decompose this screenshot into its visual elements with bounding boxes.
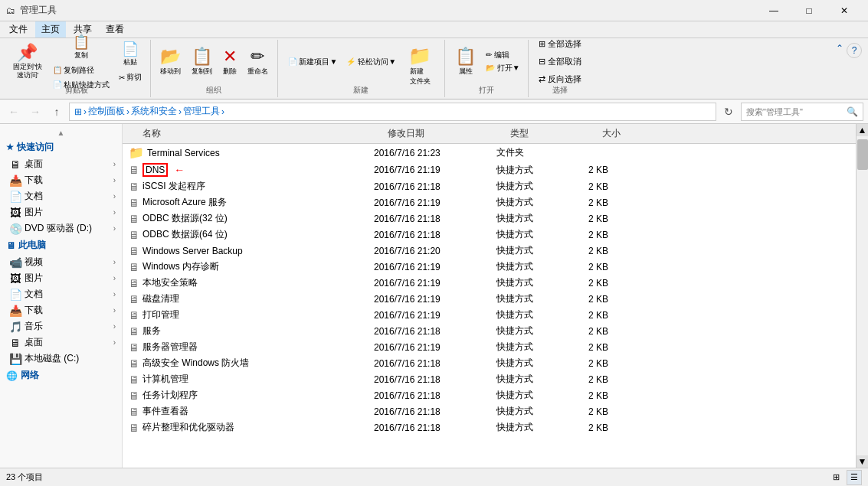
copy-button[interactable]: 📋 复制	[49, 31, 113, 63]
sidebar-item-pictures2[interactable]: 🖼 图片 ›	[0, 270, 122, 286]
cut-button[interactable]: ✂ 剪切	[115, 70, 146, 84]
back-button[interactable]: ←	[5, 103, 23, 121]
file-size: 2 KB	[582, 406, 644, 418]
file-date: 2016/7/16 21:19	[368, 309, 490, 321]
sidebar-item-pictures[interactable]: 🖼 图片 ›	[0, 204, 122, 220]
file-size: 2 KB	[582, 229, 644, 241]
sidebar-item-desktop[interactable]: 🖥 桌面 ›	[0, 156, 122, 172]
file-icon: 🖥	[129, 261, 139, 273]
sidebar-item-documents2[interactable]: 📄 文档 ›	[0, 286, 122, 302]
table-row[interactable]: 🖥 ODBC 数据源(64 位) 2016/7/16 21:18 快捷方式 2 …	[123, 227, 856, 243]
path-admin-tools[interactable]: 管理工具	[183, 105, 220, 118]
deselect-all-icon: ⊟	[539, 57, 545, 67]
documents-icon: 📄	[9, 191, 21, 203]
scroll-down-button[interactable]: ▼	[857, 455, 868, 468]
deselect-all-button[interactable]: ⊟ 全部取消	[533, 54, 587, 70]
paste-path-button[interactable]: 📋 复制路径	[49, 64, 113, 77]
col-header-name[interactable]: 名称	[136, 126, 382, 142]
invert-label: 反向选择	[548, 73, 581, 85]
file-size: 2 KB	[582, 341, 644, 354]
new-folder-button[interactable]: 📁 新建文件夹	[401, 44, 438, 87]
sidebar-network-header[interactable]: 🌐 网络	[0, 367, 122, 384]
sidebar-item-videos[interactable]: 📹 视频 ›	[0, 254, 122, 270]
table-row[interactable]: 🖥 事件查看器 2016/7/16 21:18 快捷方式 2 KB	[123, 403, 856, 419]
file-icon: 🖥	[129, 277, 139, 289]
table-row[interactable]: 🖥 Microsoft Azure 服务 2016/7/16 21:19 快捷方…	[123, 194, 856, 210]
open-label: 打开	[445, 85, 528, 96]
scrollbar[interactable]: ▲ ▼	[856, 124, 868, 468]
path-system-security[interactable]: 系统和安全	[131, 105, 177, 118]
file-date: 2016/7/16 21:20	[368, 245, 490, 257]
properties-button[interactable]: 📋 属性	[450, 41, 481, 83]
new-label: 新建	[278, 85, 444, 96]
path-home[interactable]: ⊞	[74, 106, 82, 117]
delete-button[interactable]: ✕ 删除	[218, 41, 241, 83]
menu-file[interactable]: 文件	[3, 21, 34, 38]
sidebar-item-downloads[interactable]: 📥 下载 ›	[0, 172, 122, 188]
app-icon: 🗂	[6, 5, 15, 16]
pin-to-quick-access-button[interactable]: 📌 固定到'快速访问'	[8, 40, 47, 83]
new-item-button[interactable]: 📄 新建项目▼	[284, 56, 342, 68]
paste-button[interactable]: 📄 粘贴	[115, 38, 146, 70]
refresh-button[interactable]: ↻	[719, 103, 738, 121]
sidebar-this-pc-header[interactable]: 🖥 此电脑	[0, 236, 122, 254]
table-row[interactable]: 🖥 Windows 内存诊断 2016/7/16 21:19 快捷方式 2 KB	[123, 259, 856, 275]
col-header-size[interactable]: 大小	[596, 126, 657, 142]
list-view-button[interactable]: ☰	[847, 470, 862, 485]
sidebar-item-desktop2[interactable]: 🖥 桌面 ›	[0, 334, 122, 351]
col-header-date[interactable]: 修改日期	[382, 126, 504, 142]
rename-label: 重命名	[247, 67, 268, 77]
sort-indicator[interactable]: ▲	[0, 127, 122, 139]
col-header-type[interactable]: 类型	[504, 126, 596, 142]
maximize-button[interactable]: □	[791, 0, 827, 21]
forward-button[interactable]: →	[26, 103, 44, 121]
file-size	[582, 152, 644, 154]
up-button[interactable]: ↑	[47, 103, 66, 121]
sidebar-item-music[interactable]: 🎵 音乐 ›	[0, 318, 122, 334]
address-bar: ← → ↑ ⊞ › 控制面板 › 系统和安全 › 管理工具 › ↻ 🔍	[0, 99, 868, 124]
file-type: 快捷方式	[490, 372, 582, 387]
sidebar-item-documents[interactable]: 📄 文档 ›	[0, 188, 122, 204]
scroll-track[interactable]	[857, 136, 868, 455]
table-row[interactable]: 🖥 iSCSI 发起程序 2016/7/16 21:18 快捷方式 2 KB	[123, 178, 856, 194]
scroll-up-button[interactable]: ▲	[857, 124, 868, 136]
open-button[interactable]: 📂 打开▼	[483, 62, 523, 74]
sidebar-item-dvd[interactable]: 💿 DVD 驱动器 (D:) ›	[0, 220, 122, 236]
table-row[interactable]: 🖥 服务器管理器 2016/7/16 21:19 快捷方式 2 KB	[123, 339, 856, 355]
ribbon-clipboard-group: 📌 固定到'快速访问' 📋 复制 📋 复制路径 📄 粘贴快捷方式 📄 粘贴	[3, 40, 151, 97]
paste-path-label: 复制路径	[64, 65, 94, 76]
table-row[interactable]: 🖥 计算机管理 2016/7/16 21:18 快捷方式 2 KB	[123, 371, 856, 387]
scroll-thumb[interactable]	[857, 139, 868, 170]
search-input[interactable]	[746, 107, 843, 116]
select-all-button[interactable]: ⊞ 全部选择	[533, 36, 587, 52]
table-row[interactable]: 🖥 高级安全 Windows 防火墙 2016/7/16 21:18 快捷方式 …	[123, 355, 856, 371]
table-row[interactable]: 🖥 ODBC 数据源(32 位) 2016/7/16 21:18 快捷方式 2 …	[123, 210, 856, 227]
path-control-panel[interactable]: 控制面板	[88, 105, 125, 118]
desktop2-label: 桌面	[25, 336, 110, 349]
close-button[interactable]: ✕	[827, 0, 862, 21]
address-path[interactable]: ⊞ › 控制面板 › 系统和安全 › 管理工具 ›	[69, 103, 716, 121]
sidebar-quick-access-header[interactable]: ★ 快速访问	[0, 139, 122, 156]
details-view-button[interactable]: ⊞	[828, 470, 843, 485]
table-row[interactable]: 📁 Terminal Services 2016/7/16 21:23 文件夹	[123, 144, 856, 161]
sidebar-item-downloads2[interactable]: 📥 下载 ›	[0, 302, 122, 318]
edit-button[interactable]: ✏ 编辑	[483, 49, 523, 61]
table-row[interactable]: 🖥 Windows Server Backup 2016/7/16 21:20 …	[123, 243, 856, 259]
table-row[interactable]: 🖥 打印管理 2016/7/16 21:19 快捷方式 2 KB	[123, 307, 856, 323]
sidebar-item-local-disk[interactable]: 💾 本地磁盘 (C:)	[0, 351, 122, 367]
minimize-button[interactable]: —	[756, 0, 791, 21]
table-row[interactable]: 🖥 碎片整理和优化驱动器 2016/7/16 21:18 快捷方式 2 KB	[123, 419, 856, 435]
copy-to-button[interactable]: 📋 复制到	[187, 41, 217, 83]
rename-button[interactable]: ✏ 重命名	[243, 41, 273, 83]
table-row[interactable]: 🖥 服务 2016/7/16 21:18 快捷方式 2 KB	[123, 323, 856, 339]
move-to-button[interactable]: 📂 移动到	[156, 41, 185, 83]
file-type: 快捷方式	[490, 243, 582, 258]
table-row[interactable]: 🖥 任务计划程序 2016/7/16 21:18 快捷方式 2 KB	[123, 387, 856, 403]
table-row[interactable]: 🖥 磁盘清理 2016/7/16 21:19 快捷方式 2 KB	[123, 291, 856, 307]
easy-access-button[interactable]: ⚡ 轻松访问▼	[342, 56, 400, 68]
help-button[interactable]: ⌃	[836, 43, 843, 54]
table-row[interactable]: 🖥 本地安全策略 2016/7/16 21:19 快捷方式 2 KB	[123, 275, 856, 291]
table-row[interactable]: 🖥 DNS ← 2016/7/16 21:19 快捷方式 2 KB	[123, 161, 856, 178]
file-name: ODBC 数据源(32 位)	[142, 212, 228, 225]
help-icon[interactable]: ?	[847, 43, 862, 58]
